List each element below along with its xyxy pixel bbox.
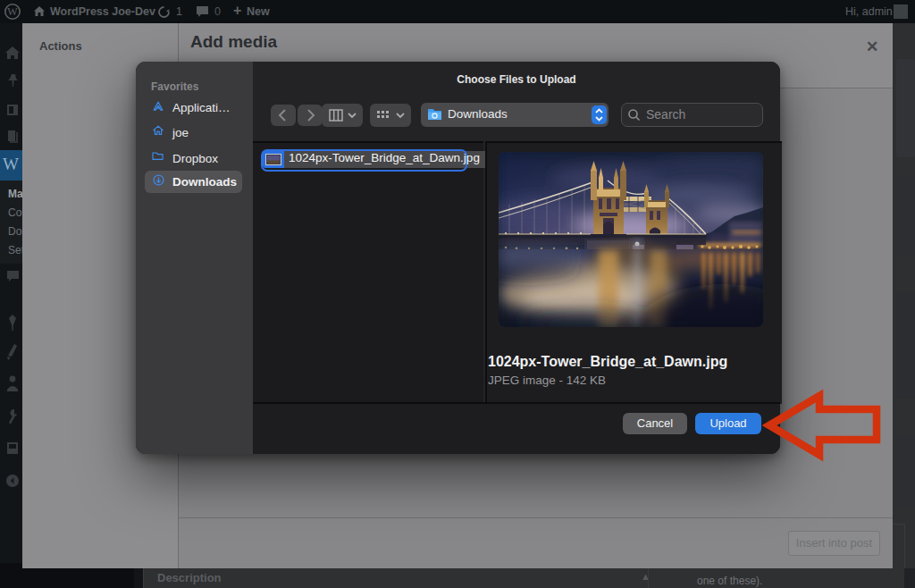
svg-text:W: W [7,5,18,18]
